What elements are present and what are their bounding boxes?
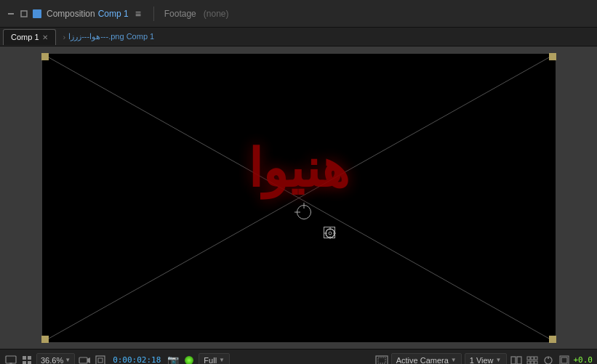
still-camera-icon[interactable]: 📷 bbox=[167, 354, 180, 365]
active-camera-dropdown[interactable]: Active Camera ▼ bbox=[391, 353, 462, 365]
panel-title-text: Composition bbox=[47, 9, 95, 19]
svg-rect-25 bbox=[517, 357, 521, 364]
svg-rect-24 bbox=[511, 357, 516, 364]
zoom-selector[interactable]: 36.6% ▼ bbox=[36, 353, 75, 365]
svg-rect-17 bbox=[28, 361, 31, 365]
maximize-icon[interactable] bbox=[19, 9, 29, 19]
svg-rect-14 bbox=[23, 356, 26, 360]
svg-rect-15 bbox=[28, 356, 31, 360]
svg-rect-16 bbox=[23, 361, 26, 365]
svg-rect-1 bbox=[21, 11, 27, 17]
svg-rect-35 bbox=[561, 357, 567, 363]
svg-point-6 bbox=[329, 232, 332, 235]
green-indicator bbox=[185, 356, 193, 365]
breadcrumb: › هوا---زرزا---.png Comp 1 bbox=[63, 32, 155, 41]
divider bbox=[153, 7, 154, 21]
active-camera-caret: ▼ bbox=[451, 357, 457, 363]
corner-handle-tl bbox=[41, 53, 49, 60]
breadcrumb-arrow: › bbox=[63, 33, 66, 41]
monitor-icon[interactable] bbox=[4, 354, 17, 365]
active-camera-label: Active Camera bbox=[396, 356, 449, 365]
safe-zone-icon[interactable] bbox=[558, 354, 571, 365]
timecode[interactable]: 0:00:02:18 bbox=[110, 355, 164, 364]
svg-rect-26 bbox=[527, 357, 530, 360]
quality-dropdown[interactable]: Full ▼ bbox=[199, 353, 230, 365]
view-dropdown[interactable]: 1 View ▼ bbox=[465, 353, 507, 365]
quality-label: Full bbox=[204, 356, 217, 365]
tab-label: Comp 1 bbox=[11, 33, 39, 41]
quality-icon[interactable] bbox=[183, 354, 196, 365]
quality-caret: ▼ bbox=[219, 357, 225, 363]
panel-title: Composition Comp 1 bbox=[47, 9, 129, 19]
footage-value: (none) bbox=[204, 9, 229, 19]
comp-tab[interactable]: Comp 1 ✕ bbox=[3, 29, 56, 45]
breadcrumb-text: هوا---زرزا---.png Comp 1 bbox=[68, 32, 154, 41]
layout-icon-2[interactable] bbox=[526, 354, 539, 365]
zoom-caret: ▼ bbox=[65, 357, 71, 363]
anchor-crosshair bbox=[297, 205, 311, 219]
corner-handle-bl bbox=[41, 336, 49, 343]
composition-canvas[interactable]: هنیوا bbox=[42, 54, 556, 342]
canvas-area: هنیوا bbox=[0, 46, 597, 349]
layout-icon-1[interactable] bbox=[510, 354, 523, 365]
arabic-text: هنیوا bbox=[248, 138, 349, 200]
view-label: 1 View bbox=[470, 356, 494, 365]
corner-handle-tr bbox=[549, 53, 556, 60]
snap-icon[interactable] bbox=[542, 354, 555, 365]
svg-rect-23 bbox=[378, 357, 385, 363]
tab-bar: Comp 1 ✕ › هوا---زرزا---.png Comp 1 bbox=[0, 28, 597, 46]
position-crosshair bbox=[324, 227, 335, 238]
footage-label: Footage bbox=[164, 9, 196, 19]
svg-rect-27 bbox=[531, 357, 534, 360]
svg-rect-20 bbox=[96, 356, 105, 365]
svg-rect-0 bbox=[8, 13, 14, 15]
grid-icon[interactable] bbox=[20, 354, 33, 365]
comp-name-text: Comp 1 bbox=[98, 9, 129, 19]
top-bar: Composition Comp 1 ≡ Footage (none) bbox=[0, 0, 597, 28]
svg-rect-2 bbox=[33, 9, 41, 18]
comp-icon bbox=[32, 9, 42, 19]
zoom-label: 36.6% bbox=[41, 356, 63, 365]
panel-controls bbox=[6, 9, 42, 19]
svg-rect-28 bbox=[534, 357, 537, 360]
svg-rect-31 bbox=[534, 361, 537, 364]
svg-rect-21 bbox=[98, 358, 103, 363]
svg-rect-18 bbox=[79, 357, 87, 363]
plus-value: +0.0 bbox=[574, 355, 593, 364]
bottom-bar: 36.6% ▼ 0:00:02:18 📷 Full ▼ Active Camer… bbox=[0, 349, 597, 364]
svg-rect-30 bbox=[531, 361, 534, 364]
frame-icon[interactable] bbox=[94, 354, 107, 365]
region-icon[interactable] bbox=[375, 354, 388, 365]
tab-close-icon[interactable]: ✕ bbox=[42, 33, 48, 41]
close-icon[interactable] bbox=[6, 9, 16, 19]
menu-icon[interactable]: ≡ bbox=[133, 9, 143, 19]
camera-icon[interactable] bbox=[78, 354, 91, 365]
corner-handle-br bbox=[549, 336, 556, 343]
svg-rect-11 bbox=[6, 356, 16, 363]
view-caret: ▼ bbox=[496, 357, 502, 363]
svg-rect-29 bbox=[527, 361, 530, 364]
